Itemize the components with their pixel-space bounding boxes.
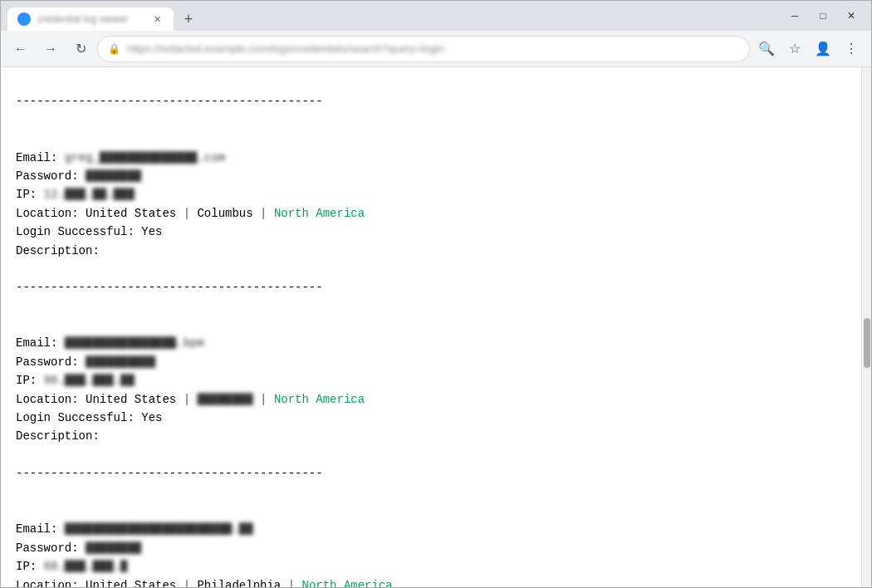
nav-actions: 🔍 ☆ 👤 ⋮ bbox=[753, 36, 865, 62]
entry-2-location-label: Location: bbox=[16, 393, 86, 406]
entry-2-email-label: Email: bbox=[16, 336, 65, 350]
address-bar[interactable]: 🔒 https://redacted.example.com/logs/cred… bbox=[97, 36, 750, 62]
entry-1-country: United States bbox=[86, 207, 176, 220]
reload-button[interactable]: ↻ bbox=[67, 36, 94, 62]
nav-bar: ← → ↻ 🔒 https://redacted.example.com/log… bbox=[1, 31, 871, 67]
entry-3-ip-value: 68.███.███.█ bbox=[44, 560, 128, 573]
entry-3-region: North America bbox=[302, 579, 393, 587]
page-content: ----------------------------------------… bbox=[1, 67, 861, 587]
title-bar: 🌐 credential log viewer ✕ + ─ □ ✕ bbox=[1, 1, 871, 31]
entry-3-email-label: Email: bbox=[16, 522, 65, 536]
entry-3-country: United States bbox=[86, 579, 176, 587]
url-text: https://redacted.example.com/logs/creden… bbox=[127, 42, 739, 55]
entry-2-pipe1: | bbox=[184, 393, 190, 406]
bookmark-icon[interactable]: ☆ bbox=[781, 36, 808, 62]
entry-1-location-label: Location: bbox=[16, 207, 86, 220]
tab-favicon: 🌐 bbox=[17, 12, 31, 26]
content-area: ----------------------------------------… bbox=[1, 67, 871, 587]
entry-2-desc-label: Description: bbox=[16, 429, 100, 443]
minimize-button[interactable]: ─ bbox=[781, 7, 808, 24]
entry-1-desc-label: Description: bbox=[16, 244, 100, 257]
search-icon[interactable]: 🔍 bbox=[753, 36, 780, 62]
entry-2-city: ████████ bbox=[197, 393, 252, 406]
entry-1-ip-label: IP: bbox=[16, 188, 44, 201]
menu-icon[interactable]: ⋮ bbox=[838, 36, 865, 62]
tab-strip: 🌐 credential log viewer ✕ + bbox=[7, 1, 778, 31]
entry-1-login-value: Yes bbox=[141, 225, 162, 238]
entry-1-region: North America bbox=[274, 207, 365, 220]
entry-3-password-label: Password: bbox=[16, 541, 86, 555]
entry-3-location-label: Location: bbox=[16, 579, 86, 587]
entry-1-pipe2: | bbox=[260, 207, 267, 220]
divider-2: ----------------------------------------… bbox=[16, 467, 323, 480]
entry-1-city: Columbus bbox=[197, 207, 252, 220]
entry-2-login-value: Yes bbox=[141, 411, 162, 424]
browser-window: 🌐 credential log viewer ✕ + ─ □ ✕ ← → ↻ … bbox=[0, 0, 872, 588]
entry-1: Email: greg_██████████████.com Password:… bbox=[16, 111, 846, 260]
entry-1-pipe1: | bbox=[184, 207, 190, 220]
entry-2-ip-value: 98.███.███.██ bbox=[44, 374, 135, 387]
entry-2-ip-label: IP: bbox=[16, 374, 44, 387]
entry-2-login-label: Login Successful: bbox=[16, 411, 141, 424]
close-button[interactable]: ✕ bbox=[838, 7, 865, 24]
entry-3-pipe2: | bbox=[288, 579, 295, 587]
entry-2-region: North America bbox=[274, 393, 365, 406]
divider-1: ----------------------------------------… bbox=[16, 281, 323, 294]
profile-icon[interactable]: 👤 bbox=[810, 36, 836, 62]
entry-1-password-label: Password: bbox=[16, 169, 86, 183]
entry-1-login-label: Login Successful: bbox=[16, 225, 141, 238]
entry-2-email-value: ████████████████.bpm bbox=[65, 336, 204, 350]
forward-button[interactable]: → bbox=[37, 36, 64, 62]
entry-1-password-value: ████████ bbox=[86, 169, 141, 183]
entry-1-email-value: greg_██████████████.com bbox=[65, 151, 225, 164]
tab-title: credential log viewer bbox=[37, 13, 144, 25]
entry-2-password-label: Password: bbox=[16, 355, 86, 369]
entry-1-email-label: Email: bbox=[16, 151, 65, 164]
divider-top: ----------------------------------------… bbox=[16, 95, 323, 108]
entry-3-pipe1: | bbox=[184, 579, 190, 587]
entry-3: Email: ████████████████████████.██ Passw… bbox=[16, 483, 846, 587]
entry-3-email-value: ████████████████████████.██ bbox=[65, 522, 253, 536]
scrollbar-thumb[interactable] bbox=[864, 318, 870, 368]
entry-3-password-value: ████████ bbox=[86, 541, 141, 555]
new-tab-button[interactable]: + bbox=[177, 7, 200, 31]
entry-2: Email: ████████████████.bpm Password: ██… bbox=[16, 297, 846, 446]
window-controls: ─ □ ✕ bbox=[781, 7, 865, 24]
entry-1-ip-value: 12.███.██.███ bbox=[44, 188, 135, 201]
entry-3-ip-label: IP: bbox=[16, 560, 44, 573]
entry-2-password-value: ██████████ bbox=[86, 355, 155, 369]
active-tab[interactable]: 🌐 credential log viewer ✕ bbox=[7, 7, 174, 31]
lock-icon: 🔒 bbox=[108, 43, 120, 55]
entry-3-city: Philadelphia bbox=[197, 579, 281, 587]
entry-2-country: United States bbox=[86, 393, 176, 406]
back-button[interactable]: ← bbox=[7, 36, 34, 62]
scrollbar[interactable] bbox=[861, 67, 871, 587]
tab-close-button[interactable]: ✕ bbox=[150, 12, 164, 26]
entry-2-pipe2: | bbox=[260, 393, 267, 406]
maximize-button[interactable]: □ bbox=[810, 7, 836, 24]
